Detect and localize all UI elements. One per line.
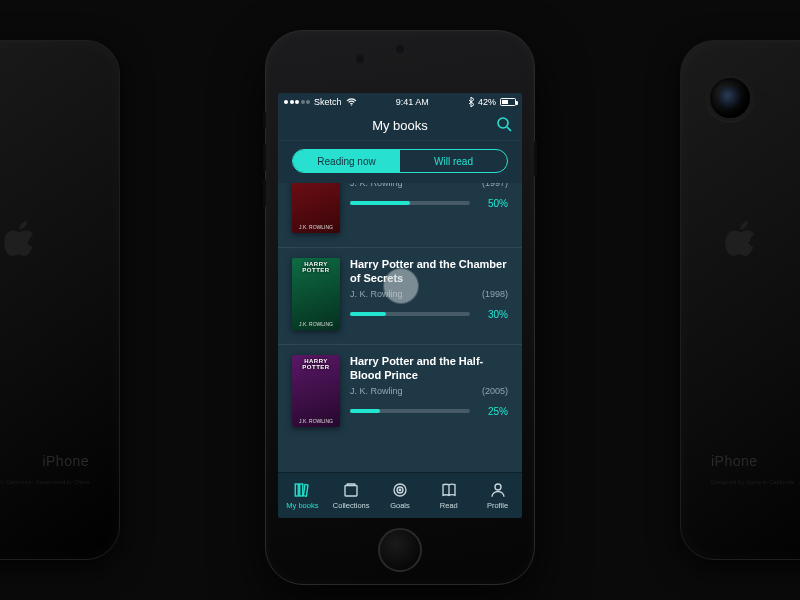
tab-label: Profile (487, 501, 508, 510)
book-cover: HARRY POTTERJ.K. ROWLING (292, 355, 340, 427)
tab-profile[interactable]: Profile (473, 473, 522, 518)
books-icon (293, 481, 311, 499)
tab-collections[interactable]: Collections (327, 473, 376, 518)
segmented-control: Reading now Will read (292, 149, 508, 173)
device-brand-label: iPhone (681, 453, 800, 469)
bluetooth-icon (468, 97, 474, 107)
svg-rect-2 (296, 484, 299, 496)
volume-up-button-icon (263, 143, 266, 171)
home-button[interactable] (378, 528, 422, 572)
progress-bar[interactable] (350, 312, 470, 316)
progress-percent: 25% (480, 406, 508, 417)
search-button[interactable] (496, 116, 512, 136)
tab-bar: My books Collections Goals Read Profile (278, 472, 522, 518)
proximity-sensor-icon (396, 45, 404, 53)
segmented-control-wrap: Reading now Will read (278, 141, 522, 183)
rear-flash-icon (773, 89, 781, 97)
progress-percent: 50% (480, 198, 508, 209)
list-item[interactable]: HARRY POTTERJ.K. ROWLING Harry Potter an… (278, 248, 522, 345)
book-year: (2005) (482, 386, 508, 396)
book-list[interactable]: J.K. ROWLING Philosopher's Stone J. K. R… (278, 183, 522, 472)
book-author: J. K. Rowling (350, 183, 403, 188)
app-screen: Sketch 9:41 AM 42% My books (278, 93, 522, 518)
volume-down-button-icon (263, 179, 266, 207)
book-year: (1998) (482, 289, 508, 299)
tab-label: Collections (333, 501, 370, 510)
battery-icon (500, 98, 516, 106)
status-bar: Sketch 9:41 AM 42% (278, 93, 522, 111)
signal-strength-icon (284, 100, 310, 104)
device-fineprint: Designed by Apple in California · Assemb… (681, 479, 800, 485)
svg-rect-5 (345, 486, 357, 497)
svg-rect-3 (300, 484, 303, 496)
progress-fill (350, 312, 386, 316)
device-brand-label: iPhone (0, 453, 119, 469)
book-author: J. K. Rowling (350, 289, 403, 299)
book-author: J. K. Rowling (350, 386, 403, 396)
tab-label: Goals (390, 501, 410, 510)
apple-logo-icon (0, 216, 40, 274)
list-item[interactable]: HARRY POTTERJ.K. ROWLING Harry Potter an… (278, 345, 522, 441)
header: My books (278, 111, 522, 141)
progress-fill (350, 201, 410, 205)
tab-reading-now[interactable]: Reading now (293, 150, 400, 172)
device-fineprint: Designed by Apple in California · Assemb… (0, 479, 119, 485)
search-icon (496, 116, 512, 132)
progress-bar[interactable] (350, 409, 470, 413)
book-title: Harry Potter and the Chamber of Secrets (350, 258, 508, 286)
device-front: Sketch 9:41 AM 42% My books (265, 30, 535, 585)
wifi-icon (346, 98, 357, 106)
page-title: My books (372, 118, 428, 133)
svg-point-9 (495, 484, 501, 490)
earpiece-icon (378, 57, 422, 62)
book-cover: HARRY POTTERJ.K. ROWLING (292, 258, 340, 330)
svg-point-8 (399, 489, 401, 491)
progress-percent: 30% (480, 309, 508, 320)
front-camera-icon (356, 55, 364, 63)
collections-icon (342, 481, 360, 499)
goals-icon (391, 481, 409, 499)
tab-label: Read (440, 501, 458, 510)
svg-rect-4 (304, 485, 309, 497)
apple-logo-icon (721, 216, 761, 274)
tab-read[interactable]: Read (424, 473, 473, 518)
rear-camera-icon (707, 75, 753, 121)
tab-goals[interactable]: Goals (376, 473, 425, 518)
rear-mic-icon (761, 93, 766, 98)
status-time: 9:41 AM (396, 97, 429, 107)
book-year: (1997) (482, 183, 508, 188)
list-item[interactable]: J.K. ROWLING Philosopher's Stone J. K. R… (278, 183, 522, 248)
carrier-label: Sketch (314, 97, 342, 107)
device-back-right: iPhone Designed by Apple in California ·… (680, 40, 800, 560)
book-title: Harry Potter and the Half-Blood Prince (350, 355, 508, 383)
progress-bar[interactable] (350, 201, 470, 205)
battery-percent-label: 42% (478, 97, 496, 107)
progress-fill (350, 409, 380, 413)
tab-label: My books (286, 501, 318, 510)
tab-will-read[interactable]: Will read (400, 150, 507, 172)
power-button-icon (534, 141, 537, 177)
svg-point-1 (498, 118, 508, 128)
profile-icon (489, 481, 507, 499)
mute-switch-icon (263, 111, 266, 129)
tab-my-books[interactable]: My books (278, 473, 327, 518)
svg-point-0 (350, 104, 351, 105)
book-cover: J.K. ROWLING (292, 183, 340, 233)
device-back-left: iPhone Designed by Apple in California ·… (0, 40, 120, 560)
read-icon (440, 481, 458, 499)
